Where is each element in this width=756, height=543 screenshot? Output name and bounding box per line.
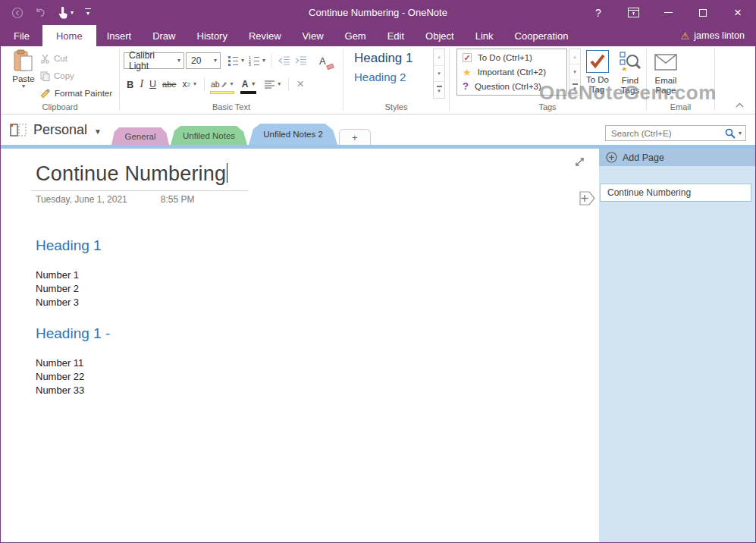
clear-formatting-button[interactable]: A <box>317 52 328 69</box>
ribbon: Paste ▾ Cut Copy Format Painter Clipboar… <box>1 46 755 115</box>
question-icon: ? <box>463 80 469 92</box>
content-heading-1[interactable]: Heading 1 <box>36 237 102 254</box>
page-time[interactable]: 8:55 PM <box>161 194 195 205</box>
section-tab-general[interactable]: General <box>111 127 169 145</box>
styles-gallery: Heading 1 Heading 2 <box>347 49 432 99</box>
page-list-item-selected[interactable]: Continue Numbering <box>600 184 751 202</box>
search-box[interactable]: ▾ <box>605 125 746 141</box>
tab-review[interactable]: Review <box>238 25 292 46</box>
font-color-label: A <box>242 79 249 89</box>
notebook-selector[interactable]: Personal ▼ <box>10 122 102 138</box>
section-tab-unfiled-notes-2[interactable]: Unfiled Notes 2 <box>249 124 337 145</box>
maximize-button[interactable] <box>685 0 720 25</box>
add-page-button[interactable]: Add Page <box>599 149 755 166</box>
tab-home[interactable]: Home <box>42 25 96 46</box>
styles-scroll-down[interactable]: ▾ <box>434 66 444 83</box>
tab-draw[interactable]: Draw <box>142 25 186 46</box>
new-section-button[interactable]: + <box>339 129 371 145</box>
styles-scrollbar: ▴ ▾ ▾ <box>433 49 445 99</box>
font-name-value: Calibri Light <box>129 50 174 71</box>
content-heading-2[interactable]: Heading 1 - <box>36 325 110 342</box>
underline-button[interactable]: U <box>147 76 158 93</box>
section-tab-unfiled-notes[interactable]: Unfiled Notes <box>171 126 247 145</box>
content-line[interactable]: Number 22 <box>36 370 84 384</box>
paragraph-alignment-button[interactable]: ▾ <box>262 76 283 93</box>
page-canvas[interactable]: Continue Numbering Tuesday, June 1, 2021… <box>1 149 598 542</box>
subscript-button[interactable]: x2 ▾ <box>180 76 198 93</box>
tab-insert[interactable]: Insert <box>96 25 143 46</box>
tab-cooperation[interactable]: Cooperation <box>504 25 579 46</box>
account-info[interactable]: ⚠ james linton <box>681 25 755 46</box>
style-heading2[interactable]: Heading 2 <box>347 67 432 83</box>
numbering-button[interactable]: 1 2 3 ▾ <box>246 52 268 69</box>
notebook-dropdown-icon: ▼ <box>94 127 102 136</box>
content-list-1[interactable]: Number 1 Number 2 Number 3 <box>36 268 79 309</box>
increase-indent-button[interactable] <box>293 52 309 69</box>
customize-qat-icon[interactable]: ▾ <box>85 8 91 17</box>
email-icon <box>654 50 677 74</box>
bold-button[interactable]: B <box>124 76 136 93</box>
tags-scroll-down[interactable]: ▾ <box>569 64 580 80</box>
font-size-combo[interactable]: 20 ▾ <box>186 52 221 69</box>
help-button[interactable]: ? <box>581 0 616 25</box>
content-line[interactable]: Number 11 <box>36 356 84 370</box>
format-painter-button[interactable]: Format Painter <box>40 86 112 100</box>
back-icon[interactable] <box>11 7 24 19</box>
content-line[interactable]: Number 2 <box>36 282 79 296</box>
styles-more-button[interactable]: ▾ <box>434 82 444 98</box>
add-page-icon <box>606 152 617 163</box>
page-timestamp: Tuesday, June 1, 2021 8:55 PM <box>36 194 194 205</box>
tag-todo-label: To Do (Ctrl+1) <box>478 53 532 62</box>
cut-button[interactable]: Cut <box>40 52 112 65</box>
paste-dropdown-icon: ▾ <box>22 83 25 89</box>
close-button[interactable]: × <box>720 0 755 25</box>
tab-edit[interactable]: Edit <box>377 25 415 46</box>
tab-view[interactable]: View <box>292 25 334 46</box>
ribbon-display-options-button[interactable] <box>616 0 651 25</box>
italic-button[interactable]: I <box>137 76 146 93</box>
minimize-button[interactable] <box>651 0 685 25</box>
search-input[interactable] <box>611 129 725 138</box>
delete-button[interactable]: × <box>294 76 306 93</box>
content-list-2[interactable]: Number 11 Number 22 Number 33 <box>36 356 84 397</box>
full-page-view-icon[interactable] <box>574 156 585 171</box>
window-controls: ? × <box>581 0 755 25</box>
tag-todo[interactable]: ✓ To Do (Ctrl+1) <box>457 51 566 65</box>
tab-file[interactable]: File <box>1 25 42 46</box>
copy-button[interactable]: Copy <box>40 69 112 83</box>
content-line[interactable]: Number 33 <box>36 384 84 397</box>
tab-history[interactable]: History <box>187 25 238 46</box>
font-name-combo[interactable]: Calibri Light ▾ <box>124 52 184 69</box>
onenote-window: ▾ ▾ Continue Numbering - OneNote ? × Fil… <box>0 0 756 543</box>
todo-checkbox-icon: ✓ <box>463 53 472 62</box>
decrease-indent-button[interactable] <box>276 52 293 69</box>
bullets-icon <box>227 55 239 66</box>
content-line[interactable]: Number 1 <box>36 268 79 282</box>
title-divider <box>31 190 248 191</box>
increase-indent-icon <box>295 56 307 65</box>
font-color-button[interactable]: A ▾ <box>240 76 257 93</box>
copy-label: Copy <box>54 71 74 80</box>
tag-important[interactable]: ★ Important (Ctrl+2) <box>457 65 566 80</box>
search-scope-dropdown-icon[interactable]: ▾ <box>739 130 742 137</box>
undo-icon[interactable] <box>35 8 46 18</box>
tab-object[interactable]: Object <box>415 25 465 46</box>
insert-page-pointer-icon[interactable] <box>579 191 595 209</box>
page-title-text: Continue Numbering <box>36 162 226 185</box>
decrease-indent-icon <box>278 56 290 65</box>
styles-scroll-up[interactable]: ▴ <box>434 49 444 66</box>
strikethrough-button[interactable]: abe <box>160 76 178 93</box>
paste-button[interactable]: Paste ▾ <box>8 49 39 107</box>
page-date[interactable]: Tuesday, June 1, 2021 <box>36 194 127 205</box>
collapse-ribbon-button[interactable] <box>736 100 744 109</box>
touch-mouse-mode-icon[interactable]: ▾ <box>58 7 74 19</box>
bullets-button[interactable]: ▾ <box>225 52 246 69</box>
page-title[interactable]: Continue Numbering <box>36 162 227 186</box>
search-icon[interactable] <box>725 128 736 139</box>
tab-link[interactable]: Link <box>465 25 504 46</box>
tab-gem[interactable]: Gem <box>334 25 377 46</box>
content-line[interactable]: Number 3 <box>36 296 79 309</box>
style-heading1[interactable]: Heading 1 <box>347 49 432 67</box>
tags-scroll-up[interactable]: ▴ <box>569 49 580 64</box>
highlight-button[interactable]: ab ▾ <box>210 76 234 93</box>
